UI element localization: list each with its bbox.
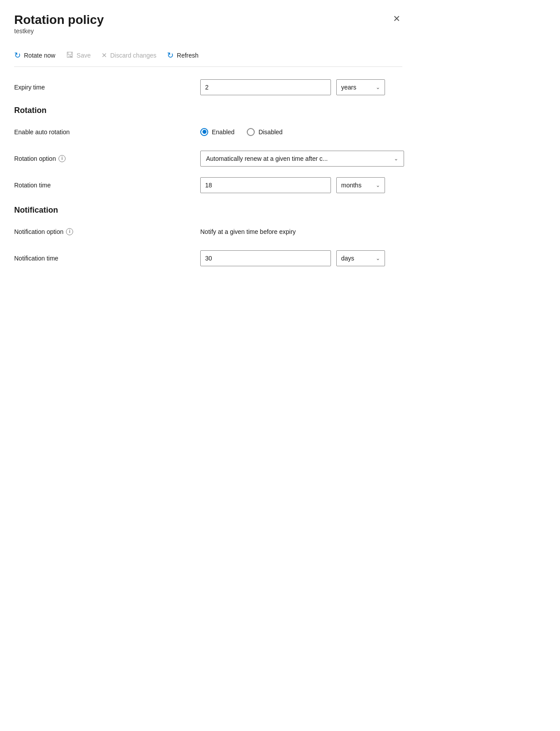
rotation-time-unit-wrapper: months ⌄ bbox=[336, 177, 385, 193]
auto-rotation-enabled-option[interactable]: Enabled bbox=[200, 128, 234, 136]
rotation-policy-panel: Rotation policy testkey ✕ ↻ Rotate now 🖫… bbox=[0, 0, 416, 731]
panel-subtitle: testkey bbox=[14, 27, 104, 35]
notification-time-unit-chevron-icon: ⌄ bbox=[376, 255, 380, 261]
close-button[interactable]: ✕ bbox=[391, 12, 402, 25]
expiry-time-input[interactable] bbox=[200, 79, 331, 95]
close-icon: ✕ bbox=[393, 14, 401, 23]
notification-time-unit-value: days bbox=[341, 255, 354, 262]
notification-time-controls: days ⌄ bbox=[200, 250, 402, 266]
rotation-option-value: Automatically renew at a given time afte… bbox=[206, 155, 328, 162]
rotation-time-unit-chevron-icon: ⌄ bbox=[376, 182, 380, 188]
expiry-time-label: Expiry time bbox=[14, 84, 200, 91]
rotation-section: Rotation Enable auto rotation Enabled Di… bbox=[14, 106, 402, 193]
rotation-time-controls: months ⌄ bbox=[200, 177, 402, 193]
rotation-time-unit-select[interactable]: months ⌄ bbox=[336, 177, 385, 193]
discard-changes-button[interactable]: ✕ Discard changes bbox=[101, 51, 156, 60]
disabled-label: Disabled bbox=[258, 128, 282, 136]
notification-section-heading: Notification bbox=[14, 206, 402, 215]
notification-time-input[interactable] bbox=[200, 250, 331, 266]
rotation-option-label: Rotation option i bbox=[14, 155, 200, 162]
notification-option-label: Notification option i bbox=[14, 228, 200, 235]
panel-header: Rotation policy testkey ✕ bbox=[14, 12, 402, 43]
header-text-group: Rotation policy testkey bbox=[14, 12, 104, 43]
rotation-option-row: Rotation option i Automatically renew at… bbox=[14, 151, 402, 167]
expiry-unit-chevron-icon: ⌄ bbox=[376, 84, 380, 90]
rotation-time-row: Rotation time months ⌄ bbox=[14, 177, 402, 193]
notification-time-label: Notification time bbox=[14, 255, 200, 262]
expiry-unit-select[interactable]: years ⌄ bbox=[336, 79, 385, 95]
rotation-option-chevron-icon: ⌄ bbox=[394, 156, 398, 162]
auto-rotation-label: Enable auto rotation bbox=[14, 128, 200, 136]
notification-time-unit-wrapper: days ⌄ bbox=[336, 250, 385, 266]
notification-option-controls: Notify at a given time before expiry bbox=[200, 228, 402, 235]
rotation-option-info-icon: i bbox=[58, 155, 66, 162]
rotate-now-icon: ↻ bbox=[14, 51, 21, 60]
auto-rotation-disabled-radio[interactable] bbox=[247, 128, 255, 136]
enabled-label: Enabled bbox=[212, 128, 234, 136]
rotate-now-button[interactable]: ↻ Rotate now bbox=[14, 50, 55, 61]
save-label: Save bbox=[77, 52, 91, 59]
rotation-option-controls: Automatically renew at a given time afte… bbox=[200, 151, 404, 167]
expiry-unit-value: years bbox=[341, 84, 356, 91]
auto-rotation-enabled-radio[interactable] bbox=[200, 128, 208, 136]
toolbar: ↻ Rotate now 🖫 Save ✕ Discard changes ↻ … bbox=[14, 44, 402, 67]
rotation-section-heading: Rotation bbox=[14, 106, 402, 115]
notification-option-row: Notification option i Notify at a given … bbox=[14, 224, 402, 240]
discard-icon: ✕ bbox=[101, 51, 107, 59]
expiry-time-row: Expiry time years ⌄ bbox=[14, 79, 402, 95]
notification-option-info-icon: i bbox=[66, 228, 73, 235]
rotation-time-input[interactable] bbox=[200, 177, 331, 193]
save-button[interactable]: 🖫 Save bbox=[66, 50, 91, 61]
discard-label: Discard changes bbox=[110, 52, 156, 59]
refresh-label: Refresh bbox=[177, 52, 198, 59]
panel-title: Rotation policy bbox=[14, 12, 104, 27]
notification-section: Notification Notification option i Notif… bbox=[14, 206, 402, 266]
auto-rotation-row: Enable auto rotation Enabled Disabled bbox=[14, 124, 402, 140]
auto-rotation-disabled-option[interactable]: Disabled bbox=[247, 128, 282, 136]
save-icon: 🖫 bbox=[66, 51, 74, 60]
refresh-button[interactable]: ↻ Refresh bbox=[167, 50, 198, 61]
expiry-unit-wrapper: years ⌄ bbox=[336, 79, 385, 95]
notification-time-unit-select[interactable]: days ⌄ bbox=[336, 250, 385, 266]
radio-dot bbox=[202, 130, 206, 134]
rotation-option-dropdown[interactable]: Automatically renew at a given time afte… bbox=[200, 151, 404, 167]
auto-rotation-radio-group: Enabled Disabled bbox=[200, 128, 283, 136]
rotate-now-label: Rotate now bbox=[24, 52, 55, 59]
expiry-controls: years ⌄ bbox=[200, 79, 402, 95]
notification-time-row: Notification time days ⌄ bbox=[14, 250, 402, 266]
refresh-icon: ↻ bbox=[167, 51, 174, 60]
notification-option-value: Notify at a given time before expiry bbox=[200, 228, 296, 235]
rotation-time-unit-value: months bbox=[341, 182, 362, 189]
auto-rotation-controls: Enabled Disabled bbox=[200, 128, 402, 136]
rotation-time-label: Rotation time bbox=[14, 182, 200, 189]
